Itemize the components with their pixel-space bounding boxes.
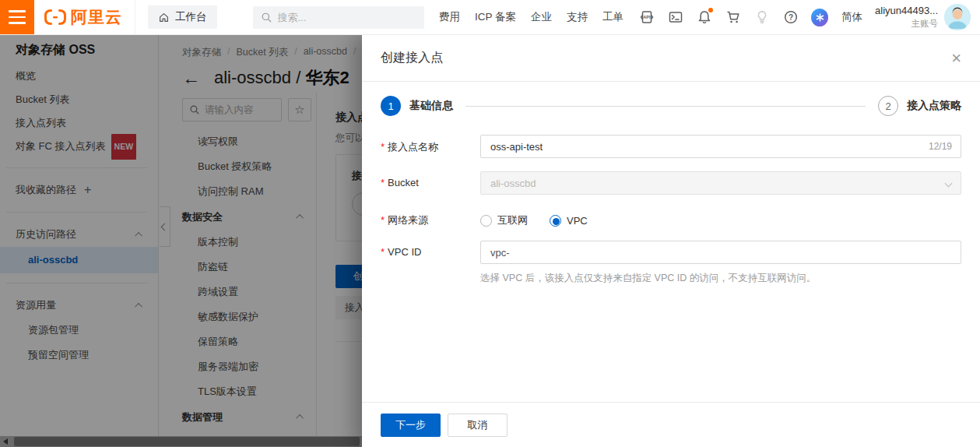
modal-title: 创建接入点 — [381, 50, 443, 66]
customer-service-icon[interactable] — [811, 9, 828, 26]
svg-text:API: API — [643, 15, 651, 19]
create-access-point-modal: 创建接入点 × 1 基础信息 2 接入点策略 *接入点名称 12/19 — [362, 35, 980, 447]
top-navbar: 阿里云 工作台 费用 ICP 备案 企业 支持 工单 — [0, 0, 980, 35]
modal-footer: 下一步 取消 — [362, 402, 980, 447]
nav-link-billing[interactable]: 费用 — [439, 10, 460, 24]
navbar-links: 费用 ICP 备案 企业 支持 工单 — [439, 10, 623, 24]
step-connector-line — [465, 106, 866, 107]
nav-link-support[interactable]: 支持 — [567, 10, 588, 24]
vpc-hint: 选择 VPC 后，该接入点仅支持来自指定 VPC ID 的访问，不支持互联网访问… — [480, 272, 961, 285]
step-1-label: 基础信息 — [409, 99, 453, 113]
form-row-bucket: *Bucket ali-osscbd — [381, 171, 961, 195]
global-search-input[interactable] — [278, 12, 410, 23]
lightbulb-icon[interactable] — [753, 9, 771, 26]
navbar-right-group: 费用 ICP 备案 企业 支持 工单 API — [439, 4, 980, 30]
form-row-name: *接入点名称 12/19 — [381, 135, 961, 158]
form-row-network: *网络来源 互联网 VPC — [381, 208, 961, 227]
form-row-vpc-id: *VPC ID 选择 VPC 后，该接入点仅支持来自指定 VPC ID 的访问，… — [381, 241, 961, 285]
step-2-circle: 2 — [878, 96, 898, 116]
step-1-circle: 1 — [381, 96, 401, 116]
home-icon — [158, 12, 170, 23]
char-counter: 12/19 — [929, 141, 952, 152]
radio-vpc[interactable]: VPC — [550, 215, 588, 227]
logo-text: 阿里云 — [71, 6, 122, 28]
account-name: aliyun44493... — [875, 5, 938, 18]
avatar[interactable] — [944, 4, 971, 30]
vpc-id-input[interactable] — [480, 241, 961, 264]
nav-link-enterprise[interactable]: 企业 — [531, 10, 552, 24]
account-type: 主账号 — [912, 18, 939, 30]
chevron-down-icon — [945, 179, 953, 187]
cart-icon[interactable] — [725, 9, 742, 26]
alicloud-logo[interactable]: 阿里云 — [34, 6, 135, 28]
account-menu[interactable]: aliyun44493... 主账号 — [875, 5, 938, 30]
name-label: *接入点名称 — [381, 135, 480, 158]
navbar-icons: API — [638, 9, 828, 26]
next-step-button[interactable]: 下一步 — [381, 414, 441, 437]
step-2-label: 接入点策略 — [907, 99, 961, 113]
search-icon — [261, 12, 272, 23]
help-icon[interactable]: ? — [782, 9, 799, 26]
radio-internet-circle[interactable] — [480, 215, 492, 227]
network-label: *网络来源 — [381, 208, 480, 227]
close-icon[interactable]: × — [951, 50, 961, 67]
bucket-select: ali-osscbd — [480, 171, 961, 195]
language-switch[interactable]: 简体 — [841, 10, 862, 24]
hamburger-menu-button[interactable] — [0, 0, 34, 34]
radio-internet[interactable]: 互联网 — [480, 213, 528, 227]
bucket-label: *Bucket — [381, 171, 480, 195]
screen: 阿里云 工作台 费用 ICP 备案 企业 支持 工单 — [0, 0, 980, 447]
api-icon[interactable]: API — [638, 9, 655, 26]
nav-link-icp[interactable]: ICP 备案 — [475, 10, 516, 24]
vpc-id-label: *VPC ID — [381, 241, 480, 285]
notification-dot — [708, 8, 713, 12]
notifications-bell-icon[interactable] — [696, 9, 713, 26]
radio-vpc-circle[interactable] — [550, 215, 561, 227]
svg-text:?: ? — [789, 13, 793, 22]
workspace-button[interactable]: 工作台 — [148, 5, 217, 29]
cloudshell-icon[interactable] — [667, 9, 684, 26]
access-point-name-input[interactable] — [480, 135, 961, 158]
modal-header: 创建接入点 × — [362, 35, 980, 82]
nav-link-tickets[interactable]: 工单 — [602, 10, 623, 24]
modal-body: 1 基础信息 2 接入点策略 *接入点名称 12/19 *Bucket — [362, 82, 980, 402]
alicloud-brackets-icon — [44, 9, 67, 26]
navbar-divider — [135, 0, 135, 34]
global-search[interactable] — [253, 6, 424, 29]
wizard-steps: 1 基础信息 2 接入点策略 — [381, 96, 961, 116]
workspace-label: 工作台 — [175, 10, 207, 24]
cancel-button[interactable]: 取消 — [448, 414, 508, 437]
